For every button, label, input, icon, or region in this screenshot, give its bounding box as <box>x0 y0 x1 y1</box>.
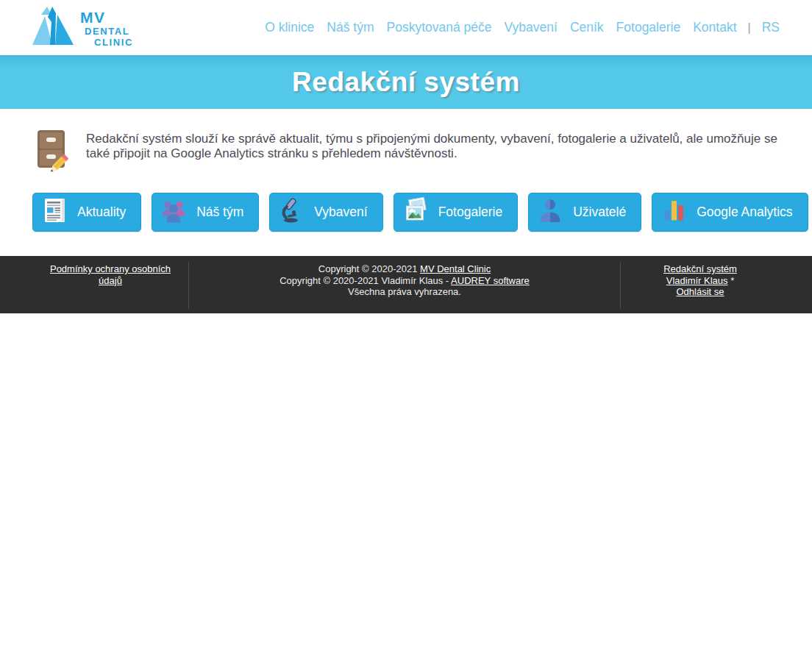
cms-link[interactable]: Redakční systém <box>663 263 737 274</box>
footer-privacy-column: Podmínky ochrany osobních údajů <box>32 262 188 309</box>
site-header: MV DENTAL CLINIC O klinice Náš tým Posky… <box>0 0 812 55</box>
page-title: Redakční systém <box>292 67 520 98</box>
fotogalerie-button[interactable]: Fotogalerie <box>393 193 519 232</box>
site-footer: Podmínky ochrany osobních údajů Copyrigh… <box>0 256 812 313</box>
google-analytics-button[interactable]: Google Analytics <box>652 193 808 232</box>
nav-item-rs[interactable]: RS <box>762 20 780 35</box>
copyright-line-1: Copyright © 2020-2021 MV Dental Clinic <box>189 263 620 275</box>
admin-tiles: Aktuality Náš tým <box>32 193 780 232</box>
tile-label: Google Analytics <box>697 204 792 220</box>
rights-reserved-text: Všechna práva vyhrazena. <box>189 286 620 298</box>
nav-item-o-klinice[interactable]: O klinice <box>265 20 314 35</box>
nav-item-nas-tym[interactable]: Náš tým <box>327 20 374 35</box>
uzivatele-button[interactable]: Uživatelé <box>528 193 641 232</box>
tile-label: Aktuality <box>77 204 126 220</box>
nav-item-cenik[interactable]: Ceník <box>570 20 604 35</box>
page-banner: Redakční systém <box>0 55 812 109</box>
logo-line-clinic: CLINIC <box>94 38 133 47</box>
logo-line-mv: MV <box>80 10 133 25</box>
copyright-text: Copyright © 2020-2021 <box>318 263 420 274</box>
tile-label: Vybavení <box>314 204 367 220</box>
intro-section: Redakční systém slouží ke správě aktuali… <box>32 129 780 175</box>
main-nav: O klinice Náš tým Poskytovaná péče Vybav… <box>265 20 780 35</box>
aktuality-button[interactable]: Aktuality <box>32 193 141 232</box>
microscope-icon <box>278 197 304 227</box>
footer-copyright-column: Copyright © 2020-2021 MV Dental Clinic C… <box>188 262 621 309</box>
main-content: Redakční systém slouží ke správě aktuali… <box>0 109 812 232</box>
tile-label: Náš tým <box>196 204 243 220</box>
tile-label: Fotogalerie <box>438 204 503 220</box>
nav-separator: | <box>748 21 751 35</box>
footer-account-column: Redakční systém Vladimír Klaus * Odhlási… <box>621 262 780 309</box>
nav-item-poskytovana-pece[interactable]: Poskytovaná péče <box>387 20 492 35</box>
mv-dental-clinic-link[interactable]: MV Dental Clinic <box>420 263 491 274</box>
logo-line-dental: DENTAL <box>85 26 133 36</box>
intro-text: Redakční systém slouží ke správě aktuali… <box>86 132 780 175</box>
logo[interactable]: MV DENTAL CLINIC <box>32 7 133 49</box>
archive-pencil-icon <box>32 129 75 175</box>
logged-user-link[interactable]: Vladimír Klaus <box>666 275 728 286</box>
nav-item-kontakt[interactable]: Kontakt <box>693 20 736 35</box>
privacy-policy-link[interactable]: Podmínky ochrany osobních údajů <box>45 263 176 286</box>
user-icon <box>537 197 563 227</box>
nas-tym-button[interactable]: Náš tým <box>152 193 259 232</box>
nav-item-fotogalerie[interactable]: Fotogalerie <box>616 20 681 35</box>
team-icon <box>160 197 187 227</box>
photo-stack-icon <box>402 197 429 227</box>
newspaper-icon <box>41 197 68 227</box>
audrey-software-link[interactable]: AUDREY software <box>451 275 530 286</box>
nav-item-vybaveni[interactable]: Vybavení <box>505 20 558 35</box>
logo-mark-icon <box>32 7 74 49</box>
copyright-line-2: Copyright © 2020-2021 Vladimír Klaus - A… <box>189 275 620 287</box>
user-suffix: * <box>730 275 734 286</box>
logout-link[interactable]: Odhlásit se <box>676 286 724 297</box>
vybaveni-button[interactable]: Vybavení <box>269 193 382 232</box>
tile-label: Uživatelé <box>573 204 626 220</box>
bar-chart-icon <box>660 197 687 227</box>
logo-text: MV DENTAL CLINIC <box>80 7 133 47</box>
copyright-text: Copyright © 2020-2021 Vladimír Klaus - <box>279 275 451 286</box>
